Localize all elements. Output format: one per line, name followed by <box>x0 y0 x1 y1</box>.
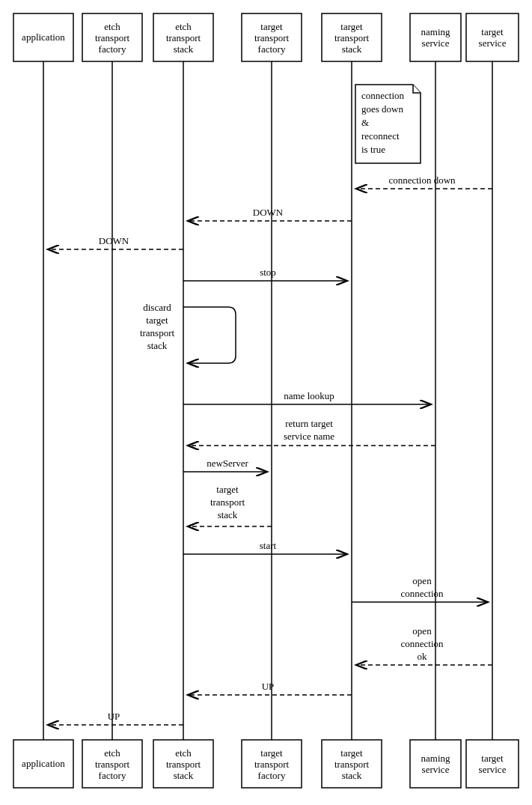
actor-label: target <box>340 747 363 759</box>
actor-label: target <box>481 26 504 37</box>
actor-label: factory <box>258 43 286 55</box>
sequence-diagram: application etch transport factory etch … <box>0 0 532 805</box>
actor-label: target <box>260 21 283 32</box>
actor-label: transport <box>334 32 370 43</box>
note-connection-down: connection goes down & reconnect is true <box>355 85 421 163</box>
msg-label: open <box>412 575 432 586</box>
msg-label: connection <box>400 638 444 649</box>
actor-label: stack <box>342 43 362 55</box>
note-line: is true <box>361 144 385 155</box>
actor-label: etch <box>175 21 192 32</box>
actor-label: transport <box>254 759 290 770</box>
msg-label: open <box>412 625 432 637</box>
msg-label: DOWN <box>99 235 129 246</box>
actor-label: transport <box>334 759 370 770</box>
msg-label: UP <box>262 681 275 692</box>
actor-label: factory <box>99 770 126 781</box>
actor-label: stack <box>174 770 194 781</box>
msg-label: stack <box>147 340 168 351</box>
actor-label: service <box>479 37 507 49</box>
actor-etch-stack-bottom: etch transport stack <box>153 740 213 788</box>
actor-label: naming <box>421 753 450 764</box>
actor-label: service <box>479 764 507 775</box>
msg-label: start <box>260 540 277 551</box>
actor-label: stack <box>174 43 194 55</box>
note-line: goes down <box>361 103 403 115</box>
actor-label: factory <box>99 43 126 55</box>
actor-target-service-top: target service <box>466 13 519 61</box>
actor-label: application <box>22 758 65 769</box>
msg-label: ok <box>418 651 428 662</box>
msg-label: discard <box>143 302 171 313</box>
note-line: & <box>361 117 369 128</box>
actor-label: etch <box>104 21 120 32</box>
actor-label: application <box>22 31 65 43</box>
actor-label: service <box>422 764 450 775</box>
actor-target-stack-top: target transport stack <box>322 13 382 61</box>
actor-target-factory-top: target transport factory <box>242 13 302 61</box>
msg-label: target <box>146 315 168 326</box>
msg-label: service name <box>284 431 334 442</box>
actor-label: transport <box>95 32 130 43</box>
actor-label: transport <box>166 759 201 770</box>
actor-label: target <box>340 21 363 32</box>
actor-label: transport <box>95 759 130 770</box>
msg-label: stack <box>218 509 238 520</box>
actor-label: target <box>481 753 504 764</box>
msg-label: connection down <box>388 174 456 186</box>
note-line: connection <box>361 90 405 101</box>
actor-label: factory <box>258 770 286 781</box>
actor-application-bottom: application <box>13 740 73 788</box>
actor-etch-stack-top: etch transport stack <box>153 13 213 61</box>
msg-label: name lookup <box>284 390 334 401</box>
actor-label: service <box>422 37 450 49</box>
actor-target-factory-bottom: target transport factory <box>242 740 302 788</box>
actor-label: etch <box>104 747 120 759</box>
msg-label: target <box>216 484 239 495</box>
msg-label: connection <box>400 588 444 599</box>
msg-label: newServer <box>207 458 248 469</box>
actor-label: stack <box>342 770 362 781</box>
msg-label: transport <box>210 496 245 508</box>
msg-label: DOWN <box>253 207 284 218</box>
actor-naming-service-top: naming service <box>410 13 461 61</box>
actor-application-top: application <box>13 13 73 61</box>
actor-label: target <box>260 747 283 759</box>
msg-self-discard <box>183 307 236 363</box>
actor-label: transport <box>166 32 201 43</box>
msg-label: return target <box>285 418 333 429</box>
actor-target-stack-bottom: target transport stack <box>322 740 382 788</box>
msg-label: stop <box>260 267 276 278</box>
actor-naming-service-bottom: naming service <box>410 740 461 788</box>
actor-target-service-bottom: target service <box>466 740 519 788</box>
actor-etch-factory-top: etch transport factory <box>82 13 142 61</box>
msg-label: UP <box>108 711 120 722</box>
actor-label: etch <box>175 747 192 759</box>
actor-etch-factory-bottom: etch transport factory <box>82 740 142 788</box>
actor-label: transport <box>254 32 290 43</box>
note-line: reconnect <box>361 130 400 142</box>
msg-label: transport <box>140 327 175 338</box>
actor-label: naming <box>421 26 450 37</box>
